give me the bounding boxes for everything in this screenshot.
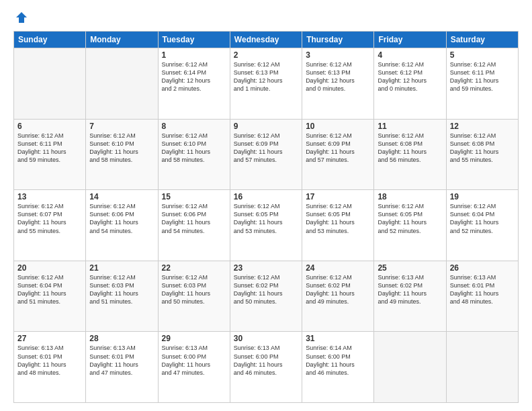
calendar-cell [374,332,446,403]
day-info: Sunrise: 6:12 AM Sunset: 6:09 PM Dayligh… [306,132,370,165]
calendar-day-header: Thursday [302,32,374,48]
day-info: Sunrise: 6:13 AM Sunset: 6:01 PM Dayligh… [89,344,154,377]
day-info: Sunrise: 6:12 AM Sunset: 6:10 PM Dayligh… [89,132,154,165]
calendar-cell: 13Sunrise: 6:12 AM Sunset: 6:07 PM Dayli… [14,190,86,261]
calendar-cell: 2Sunrise: 6:12 AM Sunset: 6:13 PM Daylig… [230,48,302,120]
day-info: Sunrise: 6:12 AM Sunset: 6:13 PM Dayligh… [234,60,298,93]
calendar-cell: 30Sunrise: 6:13 AM Sunset: 6:00 PM Dayli… [230,332,302,403]
calendar-week-row: 27Sunrise: 6:13 AM Sunset: 6:01 PM Dayli… [14,332,519,403]
day-info: Sunrise: 6:13 AM Sunset: 6:01 PM Dayligh… [17,344,82,377]
calendar-cell: 18Sunrise: 6:12 AM Sunset: 6:05 PM Dayli… [374,190,446,261]
calendar-cell: 20Sunrise: 6:12 AM Sunset: 6:04 PM Dayli… [14,261,86,332]
day-number: 7 [89,122,154,131]
calendar-cell: 24Sunrise: 6:12 AM Sunset: 6:02 PM Dayli… [302,261,374,332]
calendar-cell: 8Sunrise: 6:12 AM Sunset: 6:10 PM Daylig… [158,119,230,190]
day-info: Sunrise: 6:12 AM Sunset: 6:09 PM Dayligh… [234,132,298,165]
day-number: 24 [306,263,370,273]
day-number: 14 [89,192,154,201]
calendar-cell: 16Sunrise: 6:12 AM Sunset: 6:05 PM Dayli… [230,190,302,261]
day-number: 22 [162,263,226,273]
calendar-cell: 22Sunrise: 6:12 AM Sunset: 6:03 PM Dayli… [158,261,230,332]
calendar-cell: 29Sunrise: 6:13 AM Sunset: 6:00 PM Dayli… [158,332,230,403]
calendar-cell: 27Sunrise: 6:13 AM Sunset: 6:01 PM Dayli… [14,332,86,403]
calendar-table: SundayMondayTuesdayWednesdayThursdayFrid… [13,31,519,403]
calendar-cell: 3Sunrise: 6:12 AM Sunset: 6:13 PM Daylig… [302,48,374,120]
day-info: Sunrise: 6:12 AM Sunset: 6:08 PM Dayligh… [378,132,442,165]
logo-icon [15,11,28,24]
header [13,11,519,24]
day-info: Sunrise: 6:12 AM Sunset: 6:02 PM Dayligh… [306,273,370,306]
page: SundayMondayTuesdayWednesdayThursdayFrid… [0,0,532,411]
calendar-cell: 28Sunrise: 6:13 AM Sunset: 6:01 PM Dayli… [86,332,158,403]
day-info: Sunrise: 6:12 AM Sunset: 6:13 PM Dayligh… [306,60,370,93]
calendar-cell: 12Sunrise: 6:12 AM Sunset: 6:08 PM Dayli… [446,119,518,190]
day-number: 13 [17,192,82,201]
calendar-cell: 14Sunrise: 6:12 AM Sunset: 6:06 PM Dayli… [86,190,158,261]
calendar-week-row: 6Sunrise: 6:12 AM Sunset: 6:11 PM Daylig… [14,119,519,190]
day-number: 10 [306,122,370,131]
calendar-cell: 15Sunrise: 6:12 AM Sunset: 6:06 PM Dayli… [158,190,230,261]
day-number: 30 [234,334,298,343]
calendar-day-header: Friday [374,32,446,48]
day-number: 6 [17,122,82,131]
day-number: 17 [306,192,370,201]
calendar-cell: 26Sunrise: 6:13 AM Sunset: 6:01 PM Dayli… [446,261,518,332]
day-number: 5 [450,50,515,60]
day-info: Sunrise: 6:12 AM Sunset: 6:06 PM Dayligh… [162,202,226,235]
day-info: Sunrise: 6:12 AM Sunset: 6:06 PM Dayligh… [89,202,154,235]
day-number: 29 [162,334,226,343]
day-info: Sunrise: 6:12 AM Sunset: 6:03 PM Dayligh… [89,273,154,306]
calendar-day-header: Monday [86,32,158,48]
day-number: 27 [17,334,82,343]
day-number: 28 [89,334,154,343]
day-number: 15 [162,192,226,201]
day-info: Sunrise: 6:12 AM Sunset: 6:11 PM Dayligh… [17,132,82,165]
day-info: Sunrise: 6:12 AM Sunset: 6:04 PM Dayligh… [450,202,515,235]
calendar-cell: 6Sunrise: 6:12 AM Sunset: 6:11 PM Daylig… [14,119,86,190]
day-info: Sunrise: 6:12 AM Sunset: 6:11 PM Dayligh… [450,60,515,93]
calendar-week-row: 1Sunrise: 6:12 AM Sunset: 6:14 PM Daylig… [14,48,519,120]
day-number: 18 [378,192,442,201]
calendar-day-header: Wednesday [230,32,302,48]
day-info: Sunrise: 6:12 AM Sunset: 6:05 PM Dayligh… [378,202,442,235]
calendar-cell [14,48,86,120]
calendar-cell: 17Sunrise: 6:12 AM Sunset: 6:05 PM Dayli… [302,190,374,261]
calendar-cell [86,48,158,120]
day-number: 1 [162,50,226,60]
day-number: 19 [450,192,515,201]
day-info: Sunrise: 6:12 AM Sunset: 6:05 PM Dayligh… [234,202,298,235]
calendar-cell: 4Sunrise: 6:12 AM Sunset: 6:12 PM Daylig… [374,48,446,120]
calendar-cell: 23Sunrise: 6:12 AM Sunset: 6:02 PM Dayli… [230,261,302,332]
day-number: 21 [89,263,154,273]
day-info: Sunrise: 6:12 AM Sunset: 6:02 PM Dayligh… [234,273,298,306]
day-number: 20 [17,263,82,273]
day-number: 2 [234,50,298,60]
day-info: Sunrise: 6:13 AM Sunset: 6:00 PM Dayligh… [234,344,298,377]
day-number: 16 [234,192,298,201]
calendar-day-header: Tuesday [158,32,230,48]
day-number: 23 [234,263,298,273]
day-number: 25 [378,263,442,273]
day-number: 12 [450,122,515,131]
day-info: Sunrise: 6:12 AM Sunset: 6:10 PM Dayligh… [162,132,226,165]
calendar-cell: 9Sunrise: 6:12 AM Sunset: 6:09 PM Daylig… [230,119,302,190]
calendar-cell: 31Sunrise: 6:14 AM Sunset: 6:00 PM Dayli… [302,332,374,403]
day-number: 3 [306,50,370,60]
day-number: 31 [306,334,370,343]
day-info: Sunrise: 6:13 AM Sunset: 6:02 PM Dayligh… [378,273,442,306]
day-info: Sunrise: 6:12 AM Sunset: 6:08 PM Dayligh… [450,132,515,165]
calendar-cell: 25Sunrise: 6:13 AM Sunset: 6:02 PM Dayli… [374,261,446,332]
day-info: Sunrise: 6:13 AM Sunset: 6:01 PM Dayligh… [450,273,515,306]
calendar-cell: 19Sunrise: 6:12 AM Sunset: 6:04 PM Dayli… [446,190,518,261]
calendar-header-row: SundayMondayTuesdayWednesdayThursdayFrid… [14,32,519,48]
svg-marker-0 [16,12,27,23]
calendar-cell: 5Sunrise: 6:12 AM Sunset: 6:11 PM Daylig… [446,48,518,120]
calendar-week-row: 13Sunrise: 6:12 AM Sunset: 6:07 PM Dayli… [14,190,519,261]
calendar-cell: 11Sunrise: 6:12 AM Sunset: 6:08 PM Dayli… [374,119,446,190]
calendar-week-row: 20Sunrise: 6:12 AM Sunset: 6:04 PM Dayli… [14,261,519,332]
day-info: Sunrise: 6:13 AM Sunset: 6:00 PM Dayligh… [162,344,226,377]
day-number: 26 [450,263,515,273]
calendar-cell: 1Sunrise: 6:12 AM Sunset: 6:14 PM Daylig… [158,48,230,120]
calendar-cell: 21Sunrise: 6:12 AM Sunset: 6:03 PM Dayli… [86,261,158,332]
calendar-cell [446,332,518,403]
